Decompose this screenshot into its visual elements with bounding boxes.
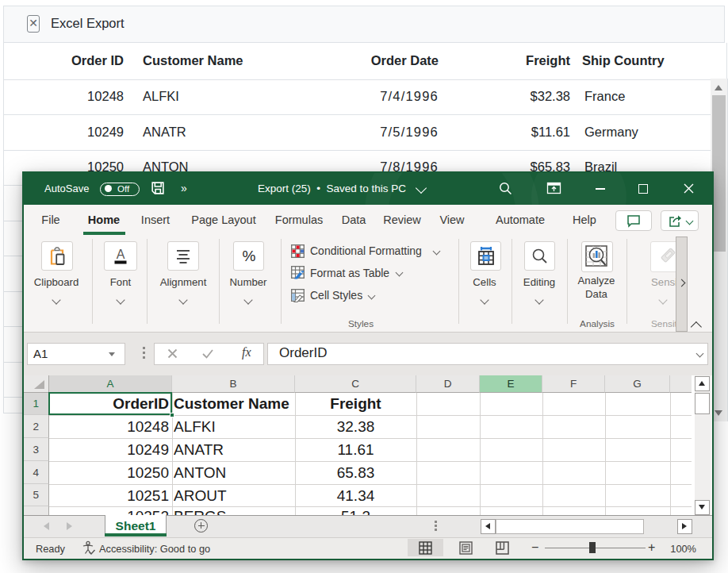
svg-text:%: % (242, 248, 255, 264)
svg-text:A: A (117, 247, 125, 260)
